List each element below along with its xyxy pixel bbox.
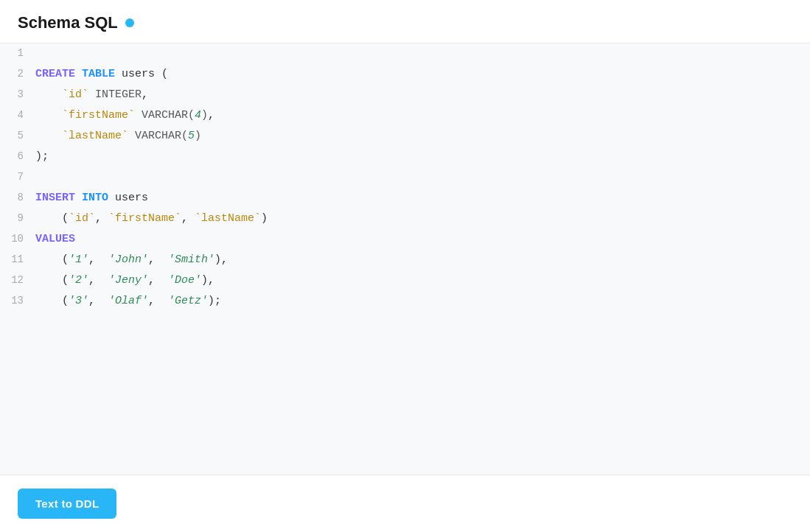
line-content: ('2', 'Jeny', 'Doe'), — [35, 270, 810, 291]
string-value: '3' — [69, 295, 88, 307]
line-number: 5 — [0, 126, 35, 147]
table-row: 3 `id` INTEGER, — [0, 85, 810, 105]
line-number: 10 — [0, 229, 35, 250]
line-content: (`id`, `firstName`, `lastName`) — [35, 209, 810, 229]
line-content: `firstName` VARCHAR(4), — [35, 105, 810, 126]
table-row: 5 `lastName` VARCHAR(5) — [0, 126, 810, 147]
table-row: 4 `firstName` VARCHAR(4), — [0, 105, 810, 126]
string-value: 'Getz' — [168, 295, 208, 307]
table-row: 6 ); — [0, 147, 810, 167]
line-content — [35, 167, 810, 188]
table-row: 12 ('2', 'Jeny', 'Doe'), — [0, 270, 810, 291]
table-row: 9 (`id`, `firstName`, `lastName`) — [0, 209, 810, 229]
line-number: 4 — [0, 105, 35, 126]
line-content: ('3', 'Olaf', 'Getz'); — [35, 291, 810, 312]
table-row: 7 — [0, 167, 810, 188]
string-value: '1' — [69, 253, 88, 266]
string-value: '2' — [69, 274, 88, 287]
text-to-ddl-button[interactable]: Text to DDL — [18, 489, 116, 519]
column-name: `id` — [69, 212, 95, 225]
code-editor[interactable]: 1 2 CREATE TABLE users ( 3 `id` INTEGER,… — [0, 43, 810, 475]
table-name: users — [122, 68, 155, 80]
line-content: ); — [35, 147, 810, 167]
column-name: `lastName` — [195, 212, 261, 225]
code-table: 1 2 CREATE TABLE users ( 3 `id` INTEGER,… — [0, 43, 810, 312]
line-number: 2 — [0, 64, 35, 85]
line-content: VALUES — [35, 229, 810, 250]
keyword-values: VALUES — [35, 233, 75, 245]
line-number: 11 — [0, 250, 35, 270]
keyword-into: INTO — [82, 192, 108, 204]
footer: Text to DDL — [0, 475, 810, 532]
line-content — [35, 43, 810, 64]
datatype-varchar: VARCHAR(4) — [142, 109, 208, 122]
line-number: 6 — [0, 147, 35, 167]
table-row: 11 ('1', 'John', 'Smith'), — [0, 250, 810, 270]
table-name: users — [115, 192, 148, 204]
table-row: 1 — [0, 43, 810, 64]
line-number: 8 — [0, 188, 35, 209]
table-row: 2 CREATE TABLE users ( — [0, 64, 810, 85]
string-value: 'Smith' — [168, 253, 214, 266]
line-number: 13 — [0, 291, 35, 312]
table-row: 10 VALUES — [0, 229, 810, 250]
line-number: 12 — [0, 270, 35, 291]
line-number: 7 — [0, 167, 35, 188]
status-dot — [125, 18, 134, 27]
keyword-insert: INSERT — [35, 192, 75, 204]
string-value: 'Jeny' — [108, 274, 148, 287]
line-content: CREATE TABLE users ( — [35, 64, 810, 85]
header: Schema SQL — [0, 0, 810, 43]
line-number: 9 — [0, 209, 35, 229]
column-name: `id` — [62, 88, 88, 101]
column-name: `lastName` — [62, 130, 128, 142]
line-number: 3 — [0, 85, 35, 105]
datatype-integer: INTEGER — [95, 88, 142, 101]
line-content: ('1', 'John', 'Smith'), — [35, 250, 810, 270]
table-row: 8 INSERT INTO users — [0, 188, 810, 209]
line-content: `lastName` VARCHAR(5) — [35, 126, 810, 147]
string-value: 'Doe' — [168, 274, 201, 287]
keyword-create: CREATE — [35, 68, 75, 80]
keyword-table: TABLE — [82, 68, 115, 80]
line-content: `id` INTEGER, — [35, 85, 810, 105]
datatype-varchar: VARCHAR(5) — [135, 130, 201, 142]
string-value: 'Olaf' — [108, 295, 148, 307]
line-content: INSERT INTO users — [35, 188, 810, 209]
page-title: Schema SQL — [18, 13, 118, 32]
string-value: 'John' — [108, 253, 148, 266]
line-number: 1 — [0, 43, 35, 64]
column-name: `firstName` — [62, 109, 135, 122]
column-name: `firstName` — [108, 212, 181, 225]
table-row: 13 ('3', 'Olaf', 'Getz'); — [0, 291, 810, 312]
